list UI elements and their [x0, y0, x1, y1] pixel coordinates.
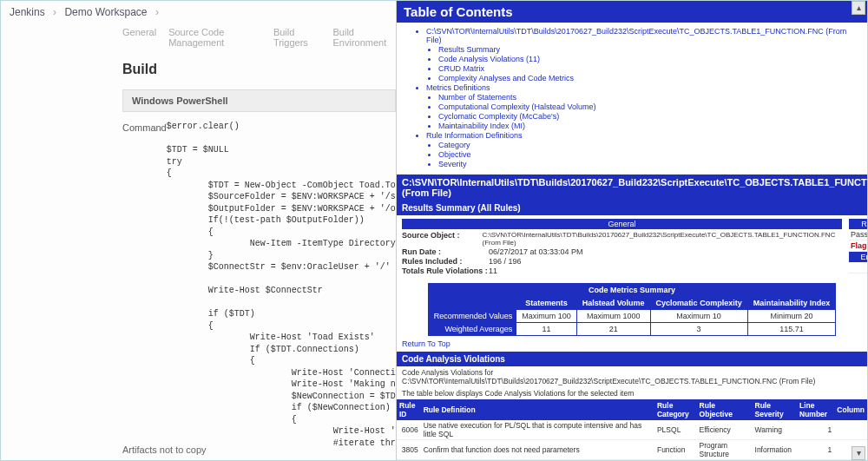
td — [834, 420, 867, 440]
th: Cyclomatic Complexity — [650, 297, 747, 310]
section-build-title: Build — [122, 62, 396, 77]
th: Rule ID — [397, 399, 421, 420]
td: Maintainability — [697, 460, 753, 461]
scroll-up-button[interactable]: ▴ — [852, 1, 865, 15]
td: 2125 — [397, 460, 421, 461]
violations-header: Code Analysis Violations — [397, 352, 867, 366]
td: 21 — [576, 323, 650, 336]
label: Run Date : — [402, 247, 489, 256]
metrics-table: Code Metrics Summary Statements Halstead… — [428, 283, 836, 336]
tab-triggers[interactable]: Build Triggers — [273, 27, 321, 48]
td: Minimum 20 — [747, 310, 836, 323]
td: Weighted Averages — [428, 323, 516, 336]
rules-summary: Rules Passed:185 Flagged:11 Errors 0 — [849, 219, 867, 273]
toc-list: C:\SVN\TOR\InternalUtils\TDT\Builds\2017… — [397, 23, 867, 175]
td: 115.71 — [747, 323, 836, 336]
td: Use native execution for PL/SQL that is … — [421, 420, 654, 440]
artifacts-label: Artifacts not to copy — [122, 445, 207, 455]
command-label: Command — [122, 121, 167, 133]
td: 1 — [797, 440, 834, 460]
report-pane: Table of Contents C:\SVN\TOR\InternalUti… — [396, 1, 867, 460]
toc-link[interactable]: Rule Information Definitions — [426, 131, 523, 140]
td: Function — [654, 440, 697, 460]
th: Line Number — [797, 399, 834, 420]
value: 11 — [489, 267, 497, 275]
td: 1 — [797, 420, 834, 440]
toc-link[interactable]: Severity — [438, 160, 467, 168]
toc-link[interactable]: Computational Complexity (Halstead Volum… — [438, 102, 596, 111]
td: 3 — [650, 323, 747, 336]
th: Statements — [516, 297, 577, 310]
value: C:\SVN\TOR\InternalUtils\TDT\Builds\2017… — [482, 231, 842, 247]
general-summary: General Source Object :C:\SVN\TOR\Intern… — [402, 219, 842, 276]
th: Maintainability Index — [747, 297, 836, 310]
th: Rule Category — [654, 399, 697, 420]
td: PLSQL — [654, 460, 697, 461]
results-summary-bar: Results Summary (All Rules) — [397, 201, 867, 215]
tab-scm[interactable]: Source Code Management — [168, 27, 261, 48]
config-pane: General Source Code Management Build Tri… — [1, 22, 396, 460]
toc-link[interactable]: Complexity Analyses and Code Metrics — [438, 74, 574, 82]
td: PLSQL — [654, 420, 697, 440]
td: 1 — [797, 460, 834, 461]
toc-link[interactable]: Maintainability Index (MI) — [438, 122, 525, 130]
td: Confirm that function does not need para… — [421, 440, 654, 460]
td: Information — [753, 440, 797, 460]
toc-root-link[interactable]: C:\SVN\TOR\InternalUtils\TDT\Builds\2017… — [426, 27, 846, 44]
tab-general[interactable]: General — [122, 27, 156, 48]
label: Flagged: — [851, 241, 867, 250]
label: Source Object : — [402, 231, 482, 247]
th: Rule Severity — [753, 399, 797, 420]
label: Totals Rule Violations : — [402, 267, 489, 275]
toc-link[interactable]: Number of Statements — [438, 93, 516, 102]
toc-header: Table of Contents — [397, 1, 867, 23]
toc-link[interactable]: Results Summary — [438, 45, 500, 54]
td: Maximum 10 — [650, 310, 747, 323]
toc-link[interactable]: Objective — [438, 150, 471, 159]
td: Program Structure — [697, 440, 753, 460]
violations-file-note: Code Analysis Violations for C:\SVN\TOR\… — [397, 366, 867, 387]
crumb-jenkins[interactable]: Jenkins — [10, 6, 45, 18]
td: Efficiency — [697, 420, 753, 440]
td: Warning — [753, 420, 797, 440]
toc-link[interactable]: Metrics Definitions — [426, 83, 490, 92]
violations-table: Rule IDRule DefinitionRule CategoryRule … — [397, 399, 867, 460]
table-row: 3805Confirm that function does not need … — [397, 440, 867, 460]
td: Warning — [753, 460, 797, 461]
config-tabs: General Source Code Management Build Tri… — [122, 22, 396, 56]
violations-table-note: The table below displays Code Analysis V… — [397, 387, 867, 399]
th — [428, 297, 516, 310]
crumb-workspace[interactable]: Demo Workspace — [64, 6, 147, 18]
td: Encapsulate all procedures and functions… — [421, 460, 654, 461]
th: Halstead Volume — [576, 297, 650, 310]
tab-env[interactable]: Build Environment — [333, 27, 396, 48]
chevron-right-icon: › — [155, 6, 159, 18]
errors-head: Errors — [849, 252, 867, 262]
metrics-title: Code Metrics Summary — [428, 284, 835, 297]
td: 11 — [516, 323, 577, 336]
command-textarea[interactable]: $error.clear() $TDT = $NULL try { $TDT =… — [167, 121, 396, 460]
scroll-down-button[interactable]: ▾ — [852, 446, 865, 460]
td: Recommended Values — [428, 310, 516, 323]
label: Rules Included : — [402, 257, 489, 266]
table-row: 2125Encapsulate all procedures and funct… — [397, 460, 867, 461]
th: Rule Definition — [421, 399, 654, 420]
toc-link[interactable]: Cyclomatic Complexity (McCabe's) — [438, 112, 559, 121]
td: 3805 — [397, 440, 421, 460]
td: 6006 — [397, 420, 421, 440]
chevron-right-icon: › — [53, 6, 56, 18]
td: Maximum 100 — [516, 310, 577, 323]
toc-link[interactable]: Category — [438, 141, 470, 149]
rules-head: Rules — [849, 219, 867, 229]
toc-link[interactable]: Code Analysis Violations (11) — [438, 55, 540, 63]
value: 196 / 196 — [489, 257, 522, 266]
value: 06/27/2017 at 03:33:04 PM — [489, 247, 583, 256]
label: Passed: — [851, 230, 867, 239]
toc-link[interactable]: CRUD Matrix — [438, 64, 484, 73]
table-row: 6006Use native execution for PL/SQL that… — [397, 420, 867, 440]
return-to-top-link[interactable]: Return To Top — [402, 339, 862, 348]
td: Maximum 1000 — [576, 310, 650, 323]
file-path-bar: C:\SVN\TOR\InternalUtils\TDT\Builds\2017… — [397, 175, 867, 201]
powershell-section: Windows PowerShell — [122, 89, 396, 112]
th: Column — [834, 399, 867, 420]
